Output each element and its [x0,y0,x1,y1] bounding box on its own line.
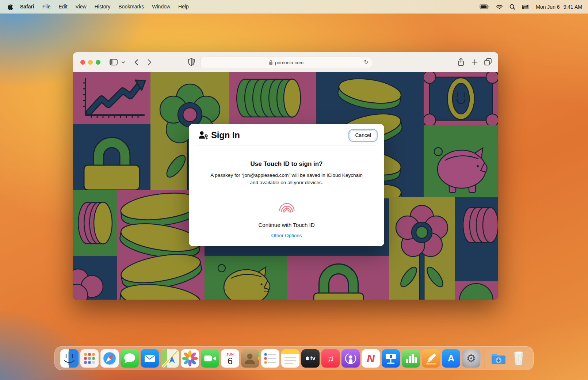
safari-window: porcunia.com ↻ [73,52,498,300]
tile-side-coins [73,190,117,256]
continue-with-touchid-label: Continue with Touch ID [189,222,384,228]
dock-icon-safari[interactable] [100,349,119,368]
tile-piggy-bank-2 [205,256,287,300]
tile-padlock [73,124,150,190]
menu-item-view[interactable]: View [72,0,91,14]
reload-icon[interactable]: ↻ [364,59,369,65]
chevron-down-icon[interactable] [122,61,125,64]
tile-padlock-2 [287,256,389,300]
spotlight-search-icon[interactable] [508,4,517,10]
tile-piggy-bank [424,125,498,197]
dock-icon-mail[interactable] [141,349,159,368]
privacy-shield-icon[interactable] [188,58,195,66]
menu-bar: Safari File Edit View History Bookmarks … [0,0,588,14]
menu-item-bookmarks[interactable]: Bookmarks [114,0,148,14]
new-tab-icon[interactable] [472,59,478,65]
tile-cloud [73,256,117,300]
other-options-link[interactable]: Other Options [189,233,384,238]
dock-icon-photos[interactable] [181,349,199,368]
gear-icon: ⚙ [466,353,476,364]
fingerprint-icon [276,194,297,216]
tab-overview-icon[interactable] [484,58,492,65]
wifi-icon[interactable] [495,4,504,10]
music-note-icon: ♫ [327,354,334,363]
safari-toolbar: porcunia.com ↻ [73,52,498,72]
dock-icon-downloads[interactable] [489,349,508,368]
dialog-header: Sign In Cancel [189,124,384,145]
tv-label: tv [310,355,315,362]
dock: JUN 6 tv ♫ N [54,346,534,370]
dialog-title: Sign In [211,130,240,140]
zoom-window-button[interactable] [96,60,100,65]
lock-icon [269,60,273,65]
dock-divider [485,349,485,368]
dock-icon-reminders[interactable] [261,349,279,368]
dock-icon-pages[interactable] [422,349,440,368]
tile-green-circle [455,281,498,300]
dock-icon-messages[interactable] [121,349,139,368]
passkey-description: A passkey for “jon@appleseed.com” will b… [208,172,366,186]
dock-icon-maps[interactable] [161,349,179,368]
sidebar-icon[interactable] [110,59,118,65]
dialog-divider [197,145,376,145]
tile-coin-roll [229,72,316,124]
dock-icon-tv[interactable]: tv [301,349,320,368]
dock-icon-news[interactable]: N [362,349,380,368]
close-window-button[interactable] [80,60,85,65]
share-icon[interactable] [457,58,465,66]
menubar-date[interactable]: Mon Jun 6 [536,4,560,10]
menu-item-file[interactable]: File [38,0,55,14]
dock-icon-notes[interactable] [281,349,299,368]
battery-icon[interactable] [478,4,491,9]
menu-item-help[interactable]: Help [174,0,193,14]
desktop-wallpaper: Safari File Edit View History Bookmarks … [0,0,588,380]
passkey-sign-in-dialog: Sign In Cancel Use Touch ID to sign in? … [189,124,384,246]
dock-icon-trash[interactable] [509,349,528,368]
cancel-button[interactable]: Cancel [350,130,376,140]
tile-coin-roll-2 [455,197,498,281]
tile-flower-2 [389,197,455,300]
dock-icon-finder[interactable] [60,349,79,368]
menu-item-history[interactable]: History [91,0,115,14]
forward-button[interactable] [148,59,152,65]
dock-icon-settings[interactable]: ⚙ [462,349,480,368]
minimize-window-button[interactable] [88,60,93,65]
dock-icon-contacts[interactable] [241,349,259,368]
dock-icon-music[interactable]: ♫ [321,349,340,368]
menubar-time[interactable]: 9:41 AM [564,4,582,10]
dock-icon-facetime[interactable] [201,349,219,368]
dock-icon-launchpad[interactable] [80,349,99,368]
dock-icon-appstore[interactable]: A [442,349,460,368]
tile-line-chart [73,72,150,124]
tile-smiley-bill [424,72,498,125]
touchid-heading: Use Touch ID to sign in? [189,160,384,168]
dock-icon-calendar[interactable]: JUN 6 [221,349,239,368]
person-key-icon [198,131,208,140]
address-bar[interactable]: porcunia.com ↻ [200,57,372,68]
calendar-day-label: 6 [228,356,233,366]
dock-icon-numbers[interactable] [402,349,420,368]
news-logo: N [367,353,375,364]
menu-item-edit[interactable]: Edit [54,0,71,14]
dock-icon-keynote[interactable] [382,349,400,368]
menu-item-safari[interactable]: Safari [16,0,38,14]
appstore-logo: A [448,353,454,364]
menu-item-window[interactable]: Window [148,0,174,14]
url-text: porcunia.com [275,60,303,65]
control-center-icon[interactable] [520,5,530,9]
back-button[interactable] [134,59,138,65]
apple-menu-icon[interactable] [8,4,13,10]
dock-icon-podcasts[interactable] [341,349,360,368]
